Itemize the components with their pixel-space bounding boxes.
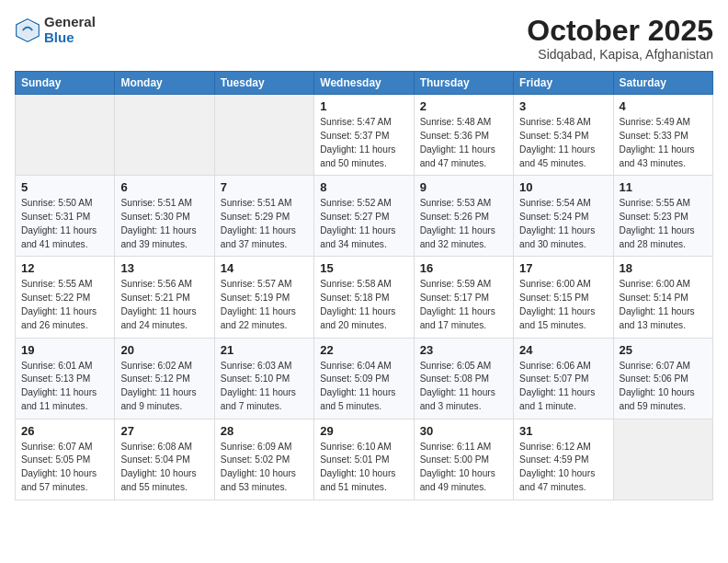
calendar-cell: 5Sunrise: 5:50 AM Sunset: 5:31 PM Daylig… xyxy=(16,176,115,257)
calendar-cell: 31Sunrise: 6:12 AM Sunset: 4:59 PM Dayli… xyxy=(514,419,613,500)
svg-marker-0 xyxy=(18,20,38,40)
day-info: Sunrise: 6:00 AM Sunset: 5:14 PM Dayligh… xyxy=(620,278,707,332)
calendar-cell: 25Sunrise: 6:07 AM Sunset: 5:06 PM Dayli… xyxy=(613,338,712,419)
day-number: 12 xyxy=(21,261,108,275)
day-info: Sunrise: 5:47 AM Sunset: 5:37 PM Dayligh… xyxy=(320,116,407,170)
day-number: 4 xyxy=(620,99,707,113)
day-number: 17 xyxy=(519,261,607,275)
calendar-cell: 26Sunrise: 6:07 AM Sunset: 5:05 PM Dayli… xyxy=(16,419,115,500)
location-subtitle: Sidqabad, Kapisa, Afghanistan xyxy=(527,47,713,62)
logo-icon xyxy=(15,17,40,43)
calendar-cell: 24Sunrise: 6:06 AM Sunset: 5:07 PM Dayli… xyxy=(514,338,613,419)
day-number: 15 xyxy=(320,261,407,275)
page-header: General Blue October 2025 Sidqabad, Kapi… xyxy=(15,15,713,62)
calendar-cell: 19Sunrise: 6:01 AM Sunset: 5:13 PM Dayli… xyxy=(16,338,115,419)
day-info: Sunrise: 6:00 AM Sunset: 5:15 PM Dayligh… xyxy=(519,278,607,332)
calendar-week-row: 12Sunrise: 5:55 AM Sunset: 5:22 PM Dayli… xyxy=(16,257,713,338)
day-info: Sunrise: 5:49 AM Sunset: 5:33 PM Dayligh… xyxy=(620,116,707,170)
day-info: Sunrise: 6:06 AM Sunset: 5:07 PM Dayligh… xyxy=(519,360,607,414)
calendar-cell: 12Sunrise: 5:55 AM Sunset: 5:22 PM Dayli… xyxy=(16,257,115,338)
day-info: Sunrise: 5:54 AM Sunset: 5:24 PM Dayligh… xyxy=(519,197,607,251)
day-number: 11 xyxy=(620,180,707,194)
day-info: Sunrise: 5:52 AM Sunset: 5:27 PM Dayligh… xyxy=(320,197,407,251)
day-info: Sunrise: 6:12 AM Sunset: 4:59 PM Dayligh… xyxy=(519,441,607,495)
calendar-cell xyxy=(613,419,712,500)
calendar-cell xyxy=(16,95,115,176)
day-info: Sunrise: 5:51 AM Sunset: 5:29 PM Dayligh… xyxy=(221,197,308,251)
day-info: Sunrise: 6:04 AM Sunset: 5:09 PM Dayligh… xyxy=(320,360,407,414)
day-number: 10 xyxy=(519,180,607,194)
calendar-table: SundayMondayTuesdayWednesdayThursdayFrid… xyxy=(15,71,713,500)
calendar-cell: 10Sunrise: 5:54 AM Sunset: 5:24 PM Dayli… xyxy=(514,176,613,257)
calendar-cell: 28Sunrise: 6:09 AM Sunset: 5:02 PM Dayli… xyxy=(214,419,313,500)
day-info: Sunrise: 6:08 AM Sunset: 5:04 PM Dayligh… xyxy=(120,441,208,495)
calendar-cell: 18Sunrise: 6:00 AM Sunset: 5:14 PM Dayli… xyxy=(613,257,712,338)
weekday-header: Saturday xyxy=(613,72,712,95)
calendar-cell xyxy=(214,95,313,176)
day-info: Sunrise: 5:50 AM Sunset: 5:31 PM Dayligh… xyxy=(21,197,108,251)
day-info: Sunrise: 6:03 AM Sunset: 5:10 PM Dayligh… xyxy=(221,360,308,414)
calendar-cell: 11Sunrise: 5:55 AM Sunset: 5:23 PM Dayli… xyxy=(613,176,712,257)
calendar-cell: 7Sunrise: 5:51 AM Sunset: 5:29 PM Daylig… xyxy=(214,176,313,257)
day-info: Sunrise: 5:56 AM Sunset: 5:21 PM Dayligh… xyxy=(120,278,208,332)
logo-general: General xyxy=(44,15,96,30)
logo-blue: Blue xyxy=(44,30,96,46)
day-info: Sunrise: 6:09 AM Sunset: 5:02 PM Dayligh… xyxy=(221,441,308,495)
day-number: 1 xyxy=(320,99,407,113)
weekday-header: Monday xyxy=(115,72,214,95)
day-number: 14 xyxy=(221,261,308,275)
calendar-cell: 20Sunrise: 6:02 AM Sunset: 5:12 PM Dayli… xyxy=(115,338,214,419)
day-info: Sunrise: 6:02 AM Sunset: 5:12 PM Dayligh… xyxy=(120,360,208,414)
day-number: 8 xyxy=(320,180,407,194)
calendar-cell: 22Sunrise: 6:04 AM Sunset: 5:09 PM Dayli… xyxy=(314,338,414,419)
day-info: Sunrise: 5:55 AM Sunset: 5:22 PM Dayligh… xyxy=(21,278,108,332)
day-number: 31 xyxy=(519,424,607,438)
day-info: Sunrise: 5:58 AM Sunset: 5:18 PM Dayligh… xyxy=(320,278,407,332)
calendar-cell: 15Sunrise: 5:58 AM Sunset: 5:18 PM Dayli… xyxy=(314,257,414,338)
logo-text: General Blue xyxy=(44,15,96,45)
calendar-cell xyxy=(115,95,214,176)
day-number: 6 xyxy=(120,180,208,194)
day-number: 20 xyxy=(120,343,208,357)
calendar-cell: 4Sunrise: 5:49 AM Sunset: 5:33 PM Daylig… xyxy=(613,95,712,176)
weekday-header: Friday xyxy=(514,72,613,95)
day-info: Sunrise: 5:48 AM Sunset: 5:36 PM Dayligh… xyxy=(420,116,507,170)
day-info: Sunrise: 5:53 AM Sunset: 5:26 PM Dayligh… xyxy=(420,197,507,251)
day-number: 3 xyxy=(519,99,607,113)
day-number: 30 xyxy=(420,424,507,438)
calendar-cell: 2Sunrise: 5:48 AM Sunset: 5:36 PM Daylig… xyxy=(414,95,513,176)
calendar-cell: 3Sunrise: 5:48 AM Sunset: 5:34 PM Daylig… xyxy=(514,95,613,176)
day-number: 5 xyxy=(21,180,108,194)
day-info: Sunrise: 5:57 AM Sunset: 5:19 PM Dayligh… xyxy=(221,278,308,332)
day-info: Sunrise: 5:51 AM Sunset: 5:30 PM Dayligh… xyxy=(120,197,208,251)
day-info: Sunrise: 6:07 AM Sunset: 5:05 PM Dayligh… xyxy=(21,441,108,495)
calendar-cell: 27Sunrise: 6:08 AM Sunset: 5:04 PM Dayli… xyxy=(115,419,214,500)
day-number: 16 xyxy=(420,261,507,275)
calendar-cell: 21Sunrise: 6:03 AM Sunset: 5:10 PM Dayli… xyxy=(214,338,313,419)
calendar-cell: 6Sunrise: 5:51 AM Sunset: 5:30 PM Daylig… xyxy=(115,176,214,257)
weekday-header: Wednesday xyxy=(314,72,414,95)
calendar-cell: 17Sunrise: 6:00 AM Sunset: 5:15 PM Dayli… xyxy=(514,257,613,338)
calendar-cell: 9Sunrise: 5:53 AM Sunset: 5:26 PM Daylig… xyxy=(414,176,513,257)
calendar-week-row: 1Sunrise: 5:47 AM Sunset: 5:37 PM Daylig… xyxy=(16,95,713,176)
weekday-header: Thursday xyxy=(414,72,513,95)
calendar-cell: 30Sunrise: 6:11 AM Sunset: 5:00 PM Dayli… xyxy=(414,419,513,500)
weekday-header: Sunday xyxy=(16,72,115,95)
day-number: 26 xyxy=(21,424,108,438)
day-number: 29 xyxy=(320,424,407,438)
day-number: 9 xyxy=(420,180,507,194)
calendar-week-row: 5Sunrise: 5:50 AM Sunset: 5:31 PM Daylig… xyxy=(16,176,713,257)
day-number: 27 xyxy=(120,424,208,438)
weekday-header: Tuesday xyxy=(214,72,313,95)
calendar-cell: 23Sunrise: 6:05 AM Sunset: 5:08 PM Dayli… xyxy=(414,338,513,419)
day-number: 23 xyxy=(420,343,507,357)
day-number: 7 xyxy=(221,180,308,194)
day-info: Sunrise: 6:01 AM Sunset: 5:13 PM Dayligh… xyxy=(21,360,108,414)
day-number: 28 xyxy=(221,424,308,438)
day-number: 21 xyxy=(221,343,308,357)
day-info: Sunrise: 6:11 AM Sunset: 5:00 PM Dayligh… xyxy=(420,441,507,495)
day-info: Sunrise: 6:10 AM Sunset: 5:01 PM Dayligh… xyxy=(320,441,407,495)
month-title: October 2025 xyxy=(527,15,713,47)
weekday-header-row: SundayMondayTuesdayWednesdayThursdayFrid… xyxy=(16,72,713,95)
day-number: 19 xyxy=(21,343,108,357)
